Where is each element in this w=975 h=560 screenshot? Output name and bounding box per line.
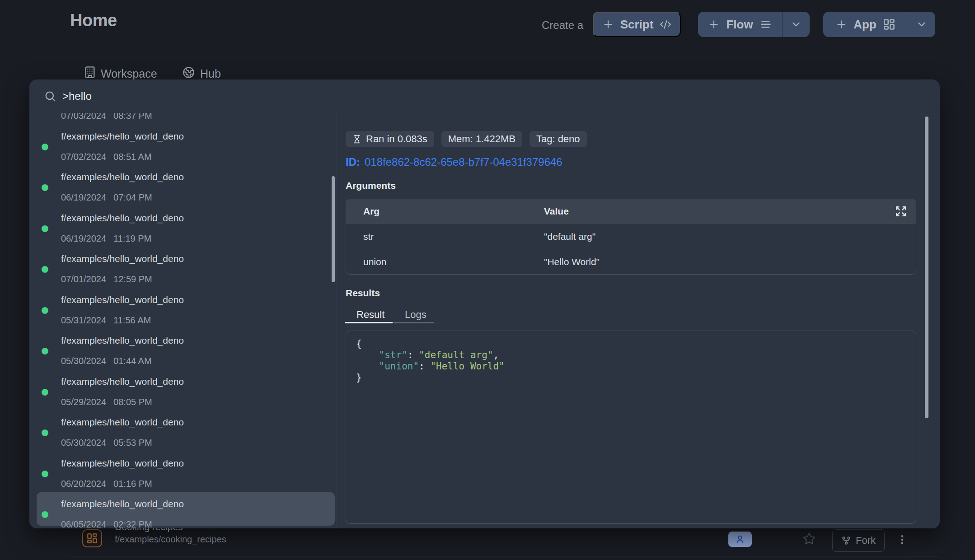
run-id-row: ID:018fe862-8c62-65e8-b7f7-04e31f379646 [346, 156, 562, 168]
list-left-border [69, 529, 69, 560]
tab-workspace[interactable]: Workspace [101, 67, 157, 80]
run-list-item[interactable]: f/examples/hello_world_deno06/19/202411:… [37, 206, 335, 240]
run-badge: Tag: deno [530, 131, 587, 147]
create-flow-label: Flow [726, 18, 753, 32]
run-path: f/examples/hello_world_deno [61, 171, 184, 183]
fork-button-label: Fork [856, 535, 876, 546]
run-list-item[interactable]: f/examples/hello_world_deno05/31/202411:… [37, 288, 335, 322]
run-datetime: 05/30/202401:44 AM [61, 355, 152, 367]
result-json-box: { "str": "default arg", "union": "Hello … [346, 331, 916, 524]
column-header-arg: Arg [346, 206, 544, 217]
flow-bars-icon [759, 18, 772, 31]
run-badge: Mem: 1.422MB [441, 131, 522, 147]
create-script-label: Script [620, 18, 654, 32]
success-status-dot [42, 511, 48, 518]
windmill-home-screen: Home Create a Script Flow [0, 0, 975, 560]
success-status-dot [42, 144, 48, 150]
result-json: { "str": "default arg", "union": "Hello … [346, 331, 916, 391]
run-list-item[interactable]: f/examples/hello_world_deno07/01/202412:… [37, 247, 335, 280]
success-status-dot [42, 225, 48, 232]
search-icon [44, 90, 56, 103]
success-status-dot [42, 266, 48, 273]
run-path: f/examples/hello_world_deno [61, 498, 184, 510]
arguments-table: Arg Value str"default arg"union"Hello Wo… [346, 199, 916, 275]
run-datetime: 05/30/202405:53 PM [61, 437, 152, 448]
run-datetime: 06/05/202402:32 PM [61, 518, 152, 528]
argument-row: str"default arg" [346, 224, 916, 249]
run-badges: Ran in 0.083sMem: 1.422MBTag: deno [346, 131, 587, 147]
run-datetime: 07/03/202408:37 PM [61, 113, 152, 121]
run-list-item[interactable]: f/examples/hello_world_deno06/05/202402:… [37, 492, 335, 526]
argument-value: "default arg" [544, 231, 916, 242]
success-status-dot [42, 307, 48, 314]
success-status-dot [42, 389, 48, 396]
kebab-menu-icon[interactable] [896, 533, 908, 546]
column-header-value: Value [544, 206, 895, 217]
plus-icon [708, 19, 720, 30]
run-path: f/examples/hello_world_deno [61, 212, 184, 224]
star-icon[interactable] [802, 532, 816, 546]
runs-list: 07/03/202408:37 PMf/examples/hello_world… [29, 113, 337, 528]
run-datetime: 06/19/202411:19 PM [61, 233, 151, 244]
run-list-item[interactable]: f/examples/hello_world_deno05/29/202408:… [37, 370, 335, 403]
arguments-title: Arguments [346, 180, 396, 191]
row-divider [69, 556, 940, 556]
create-app-dropdown-button[interactable] [908, 12, 935, 37]
run-path: f/examples/hello_world_deno [61, 253, 184, 265]
run-datetime: 05/31/202411:56 AM [61, 314, 151, 326]
active-tab-indicator [345, 322, 393, 323]
create-flow-button[interactable]: Flow [698, 12, 782, 37]
chevron-down-icon [790, 19, 802, 30]
run-id-label: ID: [346, 156, 360, 168]
fork-button[interactable]: Fork [832, 529, 885, 552]
plus-icon [602, 19, 614, 30]
tab-hub[interactable]: Hub [200, 67, 221, 80]
create-app-label: App [853, 18, 877, 32]
run-list-item[interactable]: 07/03/202408:37 PM [37, 113, 335, 117]
runs-list-scrollbar[interactable] [332, 176, 335, 282]
shared-users-badge [728, 532, 752, 547]
create-app-button[interactable]: App [823, 12, 908, 37]
success-status-dot [42, 348, 48, 355]
argument-row: union"Hello World" [346, 249, 916, 274]
create-flow-button-group: Flow [698, 12, 810, 37]
run-list-item[interactable]: f/examples/hello_world_deno05/30/202401:… [37, 329, 335, 362]
tab-result[interactable]: Result [356, 309, 384, 321]
hourglass-icon [352, 135, 361, 144]
run-path: f/examples/hello_world_deno [61, 416, 184, 428]
success-status-dot [42, 184, 48, 191]
run-list-item[interactable]: f/examples/hello_world_deno07/02/202408:… [37, 125, 335, 158]
run-badge: Ran in 0.083s [346, 131, 434, 147]
app-icon-orange [82, 529, 102, 547]
arguments-table-header: Arg Value [346, 199, 916, 224]
argument-name: union [346, 257, 544, 267]
plus-icon [835, 19, 847, 30]
dashboard-icon [883, 18, 895, 31]
create-app-button-group: App [823, 12, 935, 37]
run-path: f/examples/hello_world_deno [61, 376, 184, 387]
run-datetime: 06/19/202407:04 PM [61, 191, 152, 203]
page-title: Home [70, 11, 117, 30]
globe-icon [183, 66, 195, 79]
run-path: f/examples/hello_world_deno [61, 457, 184, 469]
run-datetime: 07/01/202412:59 PM [61, 273, 152, 285]
expand-icon[interactable] [895, 205, 907, 217]
command-palette-modal: 07/03/202408:37 PMf/examples/hello_world… [29, 79, 940, 528]
tab-logs[interactable]: Logs [405, 309, 427, 321]
create-script-button[interactable]: Script [593, 12, 681, 37]
argument-value: "Hello World" [544, 257, 916, 267]
run-detail-panel: Ran in 0.083sMem: 1.422MBTag: deno ID:01… [337, 113, 940, 528]
argument-name: str [346, 231, 544, 242]
run-datetime: 07/02/202408:51 AM [61, 151, 152, 163]
search-input[interactable] [62, 88, 469, 105]
create-a-label: Create a [542, 19, 583, 32]
run-list-item[interactable]: f/examples/hello_world_deno06/19/202407:… [37, 165, 335, 199]
run-list-item[interactable]: f/examples/hello_world_deno06/20/202401:… [37, 452, 335, 485]
create-flow-dropdown-button[interactable] [783, 12, 810, 37]
results-title: Results [346, 288, 380, 299]
run-id-value[interactable]: 018fe862-8c62-65e8-b7f7-04e31f379646 [365, 156, 562, 168]
run-datetime: 05/29/202408:05 PM [61, 396, 152, 408]
detail-scrollbar[interactable] [925, 117, 928, 418]
run-list-item[interactable]: f/examples/hello_world_deno05/30/202405:… [37, 411, 335, 444]
git-fork-icon [841, 536, 851, 546]
